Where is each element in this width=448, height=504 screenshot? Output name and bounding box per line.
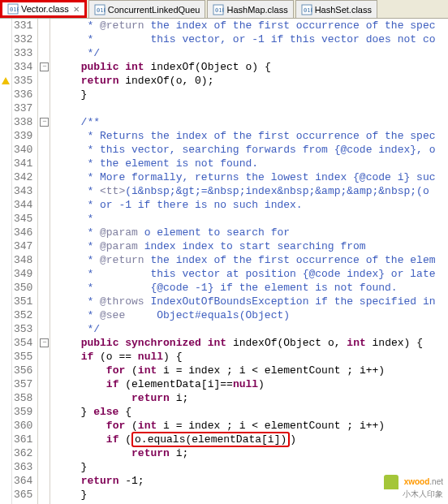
line-number: 358 — [14, 391, 32, 405]
code-line[interactable]: return i; — [55, 446, 435, 460]
watermark: xwood.net 小木人印象 — [384, 475, 443, 499]
tab-label: Vector.class — [21, 4, 69, 14]
line-number: 340 — [14, 143, 32, 157]
code-area[interactable]: * @return the index of the first occurre… — [50, 19, 435, 504]
watermark-tld: .net — [429, 477, 443, 486]
code-line[interactable]: * @param o element to search for — [55, 226, 435, 239]
code-line[interactable]: * <tt>(i&nbsp;&gt;=&nbsp;index&nbsp;&amp… — [55, 184, 435, 198]
code-line[interactable]: */ — [55, 322, 435, 336]
line-number: 345 — [14, 212, 32, 226]
code-line[interactable]: * @see Object#equals(Object) — [55, 308, 435, 322]
line-number: 352 — [14, 308, 32, 322]
highlighted-expression: o.equals(elementData[i]) — [131, 432, 290, 447]
code-line[interactable]: if (o.equals(elementData[i])) — [55, 433, 435, 446]
code-line[interactable]: if (elementData[i]==null) — [55, 377, 435, 391]
code-line[interactable]: public synchronized int indexOf(Object o… — [55, 336, 435, 350]
code-line[interactable]: * — [55, 212, 435, 226]
marker-cell — [0, 394, 11, 408]
marker-cell — [0, 118, 11, 132]
svg-text:010: 010 — [10, 6, 19, 13]
line-number-gutter: 3313323333343353363373383393403413423433… — [12, 19, 38, 504]
code-line[interactable]: * or -1 if there is no such index. — [55, 198, 435, 212]
code-line[interactable]: } — [55, 488, 435, 502]
code-editor[interactable]: 3313323333343353363373383393403413423433… — [0, 19, 448, 504]
tab-label: ConcurrentLinkedQueu — [108, 5, 200, 15]
code-line[interactable]: * Returns the index of the first occurre… — [55, 129, 435, 143]
line-number: 350 — [14, 281, 32, 295]
line-number: 348 — [14, 253, 32, 267]
class-file-icon: 010 — [94, 4, 106, 15]
marker-cell — [0, 187, 11, 201]
watermark-sub: 小木人印象 — [403, 489, 443, 498]
code-line[interactable]: } — [55, 88, 435, 101]
marker-cell — [0, 312, 11, 325]
code-line[interactable]: for (int i = index ; i < elementCount ; … — [55, 364, 435, 377]
tab-bar: 010Vector.class✕010ConcurrentLinkedQueu0… — [0, 0, 448, 19]
line-number: 347 — [14, 239, 32, 253]
line-number: 344 — [14, 198, 32, 212]
line-number: 361 — [14, 433, 32, 446]
watermark-brand: xwood — [404, 477, 430, 486]
marker-cell — [0, 105, 11, 118]
code-line[interactable]: public int indexOf(Object o) { — [55, 60, 435, 74]
android-icon — [384, 475, 398, 489]
tab-vector-class[interactable]: 010Vector.class✕ — [0, 0, 87, 18]
svg-text:010: 010 — [304, 7, 312, 14]
marker-cell — [0, 367, 11, 381]
marker-cell — [0, 325, 11, 339]
line-number: 354 — [14, 336, 32, 350]
code-line[interactable]: return i; — [55, 391, 435, 405]
line-number: 333 — [14, 46, 32, 60]
fold-toggle[interactable]: − — [40, 338, 49, 347]
class-file-icon: 010 — [213, 4, 224, 15]
close-icon[interactable]: ✕ — [73, 5, 80, 14]
line-number: 332 — [14, 32, 32, 46]
marker-cell — [0, 229, 11, 243]
code-line[interactable]: * More formally, returns the lowest inde… — [55, 170, 435, 184]
marker-cell — [0, 353, 11, 367]
marker-cell — [0, 201, 11, 215]
code-line[interactable]: if (o == null) { — [55, 350, 435, 364]
code-line[interactable]: */ — [55, 46, 435, 60]
code-line[interactable]: * @return the index of the first occurre… — [55, 19, 435, 32]
code-line[interactable]: * this vector at position {@code index} … — [55, 267, 435, 281]
tab-concurrentlinkedqueu[interactable]: 010ConcurrentLinkedQueu — [88, 0, 206, 18]
marker-cell — [0, 422, 11, 436]
line-number: 343 — [14, 184, 32, 198]
code-line[interactable] — [55, 101, 435, 115]
line-number: 331 — [14, 19, 32, 32]
code-line[interactable]: * the element is not found. — [55, 157, 435, 170]
line-number: 355 — [14, 350, 32, 364]
marker-column — [0, 19, 12, 504]
line-number: 349 — [14, 267, 32, 281]
marker-cell — [0, 46, 11, 60]
fold-toggle[interactable]: − — [40, 118, 49, 127]
line-number: 363 — [14, 460, 32, 474]
code-line[interactable]: * @param index index to start searching … — [55, 239, 435, 253]
line-number: 357 — [14, 377, 32, 391]
code-line[interactable]: return indexOf(o, 0); — [55, 74, 435, 88]
fold-toggle[interactable]: − — [40, 62, 49, 71]
marker-cell — [0, 174, 11, 187]
code-line[interactable]: /** — [55, 115, 435, 129]
line-number: 360 — [14, 419, 32, 433]
code-line[interactable]: * this vector, searching forwards from {… — [55, 143, 435, 157]
code-line[interactable]: for (int i = index ; i < elementCount ; … — [55, 419, 435, 433]
code-line[interactable]: * {@code -1} if the element is not found… — [55, 281, 435, 295]
line-number: 353 — [14, 322, 32, 336]
tab-hashmap-class[interactable]: 010HashMap.class — [207, 0, 293, 18]
code-line[interactable]: * @throws IndexOutOfBoundsException if t… — [55, 295, 435, 308]
code-line[interactable]: } — [55, 460, 435, 474]
marker-cell — [0, 450, 11, 463]
fold-column[interactable]: −−− — [38, 19, 50, 504]
line-number: 346 — [14, 226, 32, 239]
marker-cell — [0, 215, 11, 229]
marker-cell — [0, 63, 11, 77]
code-line[interactable]: * @return the index of the first occurre… — [55, 253, 435, 267]
code-line[interactable]: } else { — [55, 405, 435, 419]
class-file-icon: 010 — [301, 4, 312, 15]
code-line[interactable]: * this vector, or -1 if this vector does… — [55, 32, 435, 46]
code-line[interactable]: return -1; — [55, 474, 435, 488]
marker-cell — [0, 146, 11, 160]
tab-hashset-class[interactable]: 010HashSet.class — [295, 0, 377, 18]
